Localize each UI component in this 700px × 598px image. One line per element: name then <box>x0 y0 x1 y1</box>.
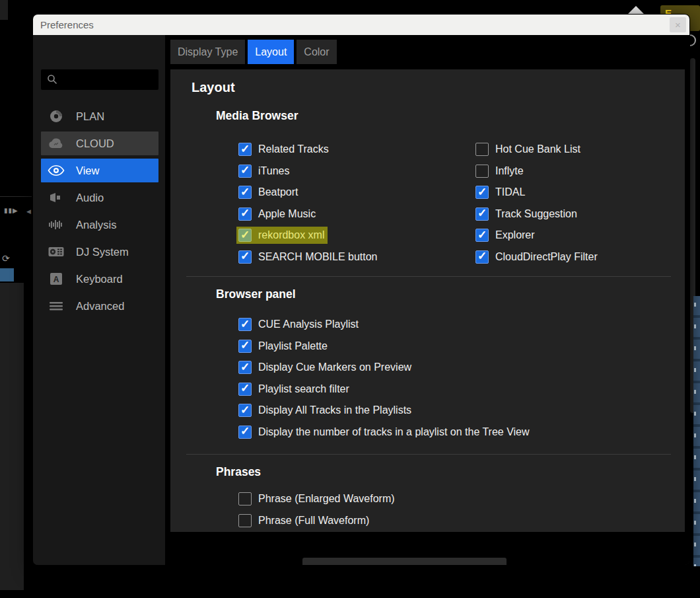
checkbox[interactable] <box>238 318 252 331</box>
tab[interactable]: Layout <box>248 40 294 64</box>
background-divider <box>0 196 32 197</box>
sidebar-item-label: Advanced <box>76 300 124 313</box>
speaker-icon <box>47 192 65 203</box>
checkbox-row: CloudDirectPlay Filter <box>475 246 680 268</box>
checkbox-label: Display the number of tracks in a playli… <box>258 426 530 438</box>
checkbox[interactable] <box>238 340 252 353</box>
checkbox-row: Beatport <box>238 182 470 204</box>
section-title-browser-panel: Browser panel <box>216 287 296 301</box>
section-divider <box>186 454 671 455</box>
checkbox-row: Apple Music <box>238 204 470 225</box>
checkbox-label: Display Cue Markers on Preview <box>258 361 411 373</box>
checkbox[interactable] <box>238 426 252 439</box>
checkbox[interactable] <box>238 383 252 396</box>
search-icon <box>47 74 57 87</box>
checkbox-label: CloudDirectPlay Filter <box>495 251 598 263</box>
checkbox[interactable] <box>238 143 252 156</box>
checkbox-label: TIDAL <box>495 186 525 198</box>
sidebar-list: PLAN CLOUD View Audio Analysis <box>41 104 158 321</box>
checkbox-row: Display All Tracks in the Playlists <box>238 400 668 422</box>
checkbox-row: Track Suggestion <box>475 204 680 225</box>
background-left-panel <box>0 283 24 590</box>
checkbox-row: SEARCH MOBILE button <box>238 246 470 268</box>
checkbox-label: iTunes <box>258 165 289 177</box>
checkbox[interactable] <box>238 207 252 221</box>
checkbox[interactable] <box>238 404 252 417</box>
sidebar-item[interactable]: Advanced <box>41 294 158 318</box>
sidebar-item-label: DJ System <box>76 246 129 258</box>
tab-label: Layout <box>255 46 287 57</box>
tab[interactable]: Color <box>297 40 336 64</box>
checkbox-row: CUE Analysis Playlist <box>238 314 668 336</box>
tab-label: Display Type <box>178 46 238 57</box>
checkbox-label: CUE Analysis Playlist <box>258 318 359 330</box>
checkbox[interactable] <box>475 143 489 156</box>
sidebar-item[interactable]: View <box>41 159 158 182</box>
checkbox-row: Hot Cue Bank List <box>475 139 680 161</box>
dialog-titlebar[interactable]: Preferences × <box>33 15 689 35</box>
search-input[interactable] <box>41 69 158 90</box>
checkbox[interactable] <box>475 186 489 199</box>
close-icon[interactable]: × <box>670 17 686 32</box>
transport-icons[interactable]: ▮▮▶ <box>4 207 18 214</box>
checkbox-row: Phrase (Enlarged Waveform) <box>238 488 503 510</box>
checkbox-row: Inflyte <box>475 161 680 182</box>
reset-to-defaults-button[interactable]: Reset to defaults <box>302 558 507 565</box>
checkbox[interactable] <box>475 207 489 221</box>
phrases-list: Phrase (Enlarged Waveform) Phrase (Full … <box>238 488 503 531</box>
section-title-phrases: Phrases <box>216 465 261 479</box>
reload-icon[interactable]: ⟳ <box>2 253 10 264</box>
checkbox[interactable] <box>238 165 252 178</box>
checkbox-label: Hot Cue Bank List <box>495 143 580 155</box>
sidebar-item[interactable]: A Keyboard <box>41 267 158 291</box>
back-icon[interactable]: ◀ <box>26 208 31 215</box>
checkbox-label: Phrase (Full Waveform) <box>258 515 369 527</box>
media-browser-right-list: Hot Cue Bank List Inflyte TIDAL <box>475 139 680 268</box>
keyboard-icon: A <box>47 272 65 285</box>
track-list-sliver <box>693 296 700 566</box>
checkbox-label: Apple Music <box>258 208 316 220</box>
checkbox-label: Track Suggestion <box>495 208 577 220</box>
checkbox-row: Related Tracks <box>238 139 470 161</box>
disc-icon <box>47 109 65 124</box>
checkbox-label: SEARCH MOBILE button <box>258 251 378 263</box>
checkbox-row: TIDAL <box>475 182 680 204</box>
tab[interactable]: Display Type <box>170 40 245 64</box>
dialog-title: Preferences <box>40 15 94 35</box>
checkbox-label: Inflyte <box>495 165 524 177</box>
section-title-media-browser: Media Browser <box>216 109 298 123</box>
section-divider <box>186 276 671 277</box>
sidebar-item[interactable]: Analysis <box>41 213 158 237</box>
checkbox-label: Beatport <box>258 186 298 198</box>
background-panel-corner <box>0 0 8 20</box>
checkbox-label: Display All Tracks in the Playlists <box>258 404 411 416</box>
selected-tree-item-sliver <box>0 268 14 281</box>
browser-panel-list: CUE Analysis Playlist Playlist Palette D… <box>238 314 668 443</box>
preferences-sidebar: PLAN CLOUD View Audio Analysis <box>33 35 165 565</box>
menu-icon <box>47 301 65 311</box>
sidebar-item[interactable]: Audio <box>41 186 158 209</box>
checkbox-row: Display Cue Markers on Preview <box>238 357 668 379</box>
checkbox-row: iTunes <box>238 161 470 182</box>
settings-panel: Layout Media Browser Related Tracks iT <box>170 69 685 532</box>
checkbox[interactable] <box>475 165 489 178</box>
checkbox[interactable] <box>475 229 489 242</box>
checkbox-row: Display the number of tracks in a playli… <box>238 422 668 443</box>
sidebar-item[interactable]: PLAN <box>41 104 158 128</box>
checkbox[interactable] <box>238 186 252 199</box>
checkbox[interactable] <box>238 492 252 505</box>
checkbox[interactable] <box>475 250 489 264</box>
checkbox-row: Phrase (Full Waveform) <box>238 510 503 532</box>
waveform-icon <box>47 219 65 230</box>
checkbox[interactable] <box>238 250 252 264</box>
sidebar-item[interactable]: CLOUD <box>41 131 158 155</box>
sidebar-item-label: Audio <box>76 192 104 204</box>
checkbox[interactable] <box>238 229 252 242</box>
sidebar-item-label: View <box>76 165 99 177</box>
sidebar-item-label: CLOUD <box>76 137 114 150</box>
app-background: E ▮▮▶ ◀ ⟳ Preferences × PLAN CL <box>0 0 700 598</box>
checkbox[interactable] <box>238 514 252 527</box>
sidebar-item[interactable]: DJ System <box>41 240 158 264</box>
checkbox[interactable] <box>238 361 252 374</box>
reset-button-label: Reset to defaults <box>366 563 442 565</box>
